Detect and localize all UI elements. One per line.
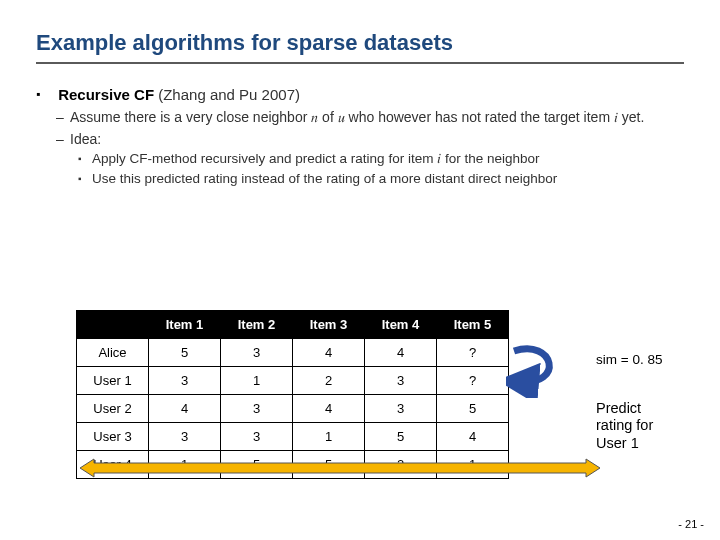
cell: 5 — [365, 423, 437, 451]
table-row: User 2 4 3 4 3 5 — [77, 395, 509, 423]
table-row: User 4 1 5 5 2 1 — [77, 451, 509, 479]
col-item5: Item 5 — [437, 311, 509, 339]
page-number: - 21 - — [678, 518, 704, 530]
cell: 3 — [221, 395, 293, 423]
cell: 1 — [149, 451, 221, 479]
row-label-user2: User 2 — [77, 395, 149, 423]
bullet-idea-label: Idea: — [70, 131, 101, 147]
cell: 4 — [149, 395, 221, 423]
similarity-arrow-icon — [506, 338, 564, 398]
cell: 5 — [221, 451, 293, 479]
cell: 3 — [149, 367, 221, 395]
cell: 3 — [149, 423, 221, 451]
title-rule — [36, 62, 684, 64]
bullet-heading: Recursive CF (Zhang and Pu 2007) — [58, 86, 300, 103]
cell: 3 — [221, 423, 293, 451]
cell: 4 — [293, 339, 365, 367]
bullet-heading-rest: (Zhang and Pu 2007) — [154, 86, 300, 103]
col-item2: Item 2 — [221, 311, 293, 339]
cell: 2 — [365, 451, 437, 479]
bullet-idea-a: Apply CF-method recursively and predict … — [92, 151, 684, 167]
cell: 4 — [437, 423, 509, 451]
col-item4: Item 4 — [365, 311, 437, 339]
similarity-label: sim = 0. 85 — [596, 352, 662, 367]
predict-l2: rating for — [596, 417, 653, 433]
predict-label: Predict rating for User 1 — [596, 400, 706, 452]
predict-l3: User 1 — [596, 435, 639, 451]
cell: 4 — [293, 395, 365, 423]
row-label-user1: User 1 — [77, 367, 149, 395]
col-item1: Item 1 — [149, 311, 221, 339]
cell: 5 — [149, 339, 221, 367]
bullet-idea-b: Use this predicted rating instead of the… — [92, 171, 684, 186]
row-label-alice: Alice — [77, 339, 149, 367]
cell: ? — [437, 367, 509, 395]
ratings-table-wrap: Item 1 Item 2 Item 3 Item 4 Item 5 Alice… — [76, 310, 509, 479]
cell: 5 — [437, 395, 509, 423]
table-row: Alice 5 3 4 4 ? — [77, 339, 509, 367]
table-row: User 3 3 3 1 5 4 — [77, 423, 509, 451]
cell: 1 — [437, 451, 509, 479]
slide-title: Example algorithms for sparse datasets — [36, 30, 684, 56]
cell: 3 — [221, 339, 293, 367]
table-row: User 1 3 1 2 3 ? — [77, 367, 509, 395]
bullet-recursive-cf: Recursive CF (Zhang and Pu 2007) Assume … — [36, 84, 684, 186]
cell: 1 — [221, 367, 293, 395]
bullet-list-level2: Assume there is a very close neighbor 𝑛 … — [36, 109, 684, 186]
predict-l1: Predict — [596, 400, 641, 416]
cell: 4 — [365, 339, 437, 367]
slide-root: Example algorithms for sparse datasets R… — [0, 0, 720, 540]
col-item3: Item 3 — [293, 311, 365, 339]
table-corner-cell — [77, 311, 149, 339]
bullet-list-level3: Apply CF-method recursively and predict … — [70, 151, 684, 186]
cell: 1 — [293, 423, 365, 451]
cell: 2 — [293, 367, 365, 395]
table-header-row: Item 1 Item 2 Item 3 Item 4 Item 5 — [77, 311, 509, 339]
bullet-assumption: Assume there is a very close neighbor 𝑛 … — [70, 109, 684, 126]
cell: 5 — [293, 451, 365, 479]
row-label-user4: User 4 — [77, 451, 149, 479]
bullet-heading-bold: Recursive CF — [58, 86, 154, 103]
row-label-user3: User 3 — [77, 423, 149, 451]
cell: 3 — [365, 395, 437, 423]
bullet-idea: Idea: Apply CF-method recursively and pr… — [70, 131, 684, 186]
cell: ? — [437, 339, 509, 367]
cell: 3 — [365, 367, 437, 395]
bullet-list-level1: Recursive CF (Zhang and Pu 2007) Assume … — [36, 84, 684, 186]
ratings-table: Item 1 Item 2 Item 3 Item 4 Item 5 Alice… — [76, 310, 509, 479]
